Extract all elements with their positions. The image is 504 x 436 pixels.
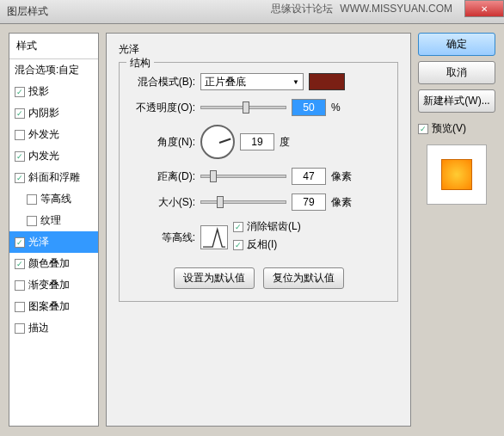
style-item-3[interactable]: 外发光 bbox=[9, 124, 98, 145]
style-label-0: 混合选项:自定 bbox=[15, 63, 79, 77]
options-panel: 光泽 结构 混合模式(B): 正片叠底 不透明度(O): 50 % 角度(N):… bbox=[106, 33, 411, 427]
invert-label: 反相(I) bbox=[247, 237, 277, 252]
contour-picker[interactable] bbox=[200, 225, 228, 249]
angle-input[interactable]: 19 bbox=[240, 133, 274, 150]
style-label-2: 内阴影 bbox=[28, 106, 59, 120]
antialias-checkbox[interactable]: ✓ bbox=[233, 222, 243, 232]
structure-fieldset: 结构 混合模式(B): 正片叠底 不透明度(O): 50 % 角度(N): 19… bbox=[119, 62, 398, 302]
style-label-9: 颜色叠加 bbox=[28, 256, 70, 271]
opacity-input[interactable]: 50 bbox=[292, 99, 326, 116]
style-label-11: 图案叠加 bbox=[28, 299, 70, 314]
style-item-7[interactable]: 纹理 bbox=[9, 210, 98, 231]
style-item-4[interactable]: ✓内发光 bbox=[9, 145, 98, 167]
style-label-4: 内发光 bbox=[28, 149, 59, 163]
style-checkbox-5[interactable]: ✓ bbox=[15, 173, 25, 183]
style-item-11[interactable]: 图案叠加 bbox=[9, 296, 98, 317]
style-checkbox-1[interactable]: ✓ bbox=[15, 87, 25, 97]
opacity-slider[interactable] bbox=[200, 106, 286, 109]
preview-checkbox[interactable]: ✓ bbox=[418, 124, 428, 134]
style-checkbox-3[interactable] bbox=[15, 130, 25, 140]
opacity-label: 不透明度(O): bbox=[128, 101, 195, 115]
style-label-10: 渐变叠加 bbox=[28, 278, 70, 292]
preview-label: 预览(V) bbox=[432, 121, 466, 136]
style-label-7: 纹理 bbox=[40, 213, 61, 228]
close-button[interactable]: ✕ bbox=[464, 0, 504, 17]
color-swatch[interactable] bbox=[309, 73, 345, 90]
ok-button[interactable]: 确定 bbox=[418, 33, 495, 56]
style-checkbox-2[interactable]: ✓ bbox=[15, 108, 25, 119]
distance-label: 距离(D): bbox=[128, 169, 195, 184]
style-label-1: 投影 bbox=[28, 84, 49, 99]
style-item-8[interactable]: ✓光泽 bbox=[9, 231, 98, 253]
window-title: 图层样式 bbox=[7, 4, 48, 19]
style-checkbox-6[interactable] bbox=[27, 194, 37, 205]
style-checkbox-12[interactable] bbox=[15, 323, 25, 334]
style-label-12: 描边 bbox=[28, 321, 49, 335]
styles-list: 样式 混合选项:自定✓投影✓内阴影外发光✓内发光✓斜面和浮雕等高线纹理✓光泽✓颜… bbox=[9, 33, 99, 427]
size-input[interactable]: 79 bbox=[292, 193, 326, 211]
window-controls: ✕ bbox=[464, 0, 504, 17]
contour-label: 等高线: bbox=[128, 230, 195, 245]
main-content: 样式 混合选项:自定✓投影✓内阴影外发光✓内发光✓斜面和浮雕等高线纹理✓光泽✓颜… bbox=[0, 24, 504, 435]
style-label-6: 等高线 bbox=[40, 192, 71, 206]
reset-default-button[interactable]: 复位为默认值 bbox=[263, 267, 344, 289]
preview-box bbox=[427, 144, 487, 205]
angle-dial[interactable] bbox=[200, 125, 235, 159]
style-label-8: 光泽 bbox=[28, 235, 49, 249]
percent-unit: % bbox=[331, 101, 352, 114]
right-panel: 确定 取消 新建样式(W)... ✓ 预览(V) bbox=[418, 33, 495, 427]
preview-swatch bbox=[441, 159, 472, 190]
antialias-label: 消除锯齿(L) bbox=[247, 219, 301, 234]
blend-label: 混合模式(B): bbox=[128, 75, 195, 89]
size-slider[interactable] bbox=[200, 200, 286, 204]
style-checkbox-8[interactable]: ✓ bbox=[15, 237, 25, 248]
distance-slider[interactable] bbox=[200, 175, 286, 178]
pixel-unit2: 像素 bbox=[331, 195, 352, 210]
style-item-2[interactable]: ✓内阴影 bbox=[9, 102, 98, 124]
new-style-button[interactable]: 新建样式(W)... bbox=[418, 89, 495, 113]
section-title: 光泽 bbox=[119, 42, 398, 57]
style-item-9[interactable]: ✓颜色叠加 bbox=[9, 253, 98, 274]
size-label: 大小(S): bbox=[128, 195, 195, 210]
style-label-3: 外发光 bbox=[28, 127, 59, 142]
angle-label: 角度(N): bbox=[128, 135, 195, 150]
pixel-unit: 像素 bbox=[331, 169, 352, 184]
degree-unit: 度 bbox=[280, 135, 300, 150]
cancel-button[interactable]: 取消 bbox=[418, 61, 495, 84]
style-checkbox-7[interactable] bbox=[27, 216, 37, 226]
style-item-0[interactable]: 混合选项:自定 bbox=[9, 59, 98, 81]
style-checkbox-4[interactable]: ✓ bbox=[15, 151, 25, 162]
styles-header: 样式 bbox=[9, 34, 98, 59]
style-checkbox-9[interactable]: ✓ bbox=[15, 259, 25, 269]
style-item-6[interactable]: 等高线 bbox=[9, 188, 98, 210]
style-item-12[interactable]: 描边 bbox=[9, 317, 98, 339]
style-checkbox-10[interactable] bbox=[15, 280, 25, 291]
style-item-1[interactable]: ✓投影 bbox=[9, 81, 98, 102]
style-label-5: 斜面和浮雕 bbox=[28, 170, 80, 185]
blend-mode-dropdown[interactable]: 正片叠底 bbox=[200, 73, 304, 90]
titlebar: 图层样式 思缘设计论坛 WWW.MISSYUAN.COM ✕ bbox=[0, 0, 504, 24]
fieldset-legend: 结构 bbox=[126, 56, 154, 71]
distance-input[interactable]: 47 bbox=[292, 168, 326, 185]
style-checkbox-11[interactable] bbox=[15, 302, 25, 312]
style-item-10[interactable]: 渐变叠加 bbox=[9, 274, 98, 296]
set-default-button[interactable]: 设置为默认值 bbox=[174, 267, 255, 289]
watermark: 思缘设计论坛 WWW.MISSYUAN.COM bbox=[271, 0, 452, 17]
invert-checkbox[interactable]: ✓ bbox=[233, 240, 243, 250]
style-item-5[interactable]: ✓斜面和浮雕 bbox=[9, 167, 98, 188]
